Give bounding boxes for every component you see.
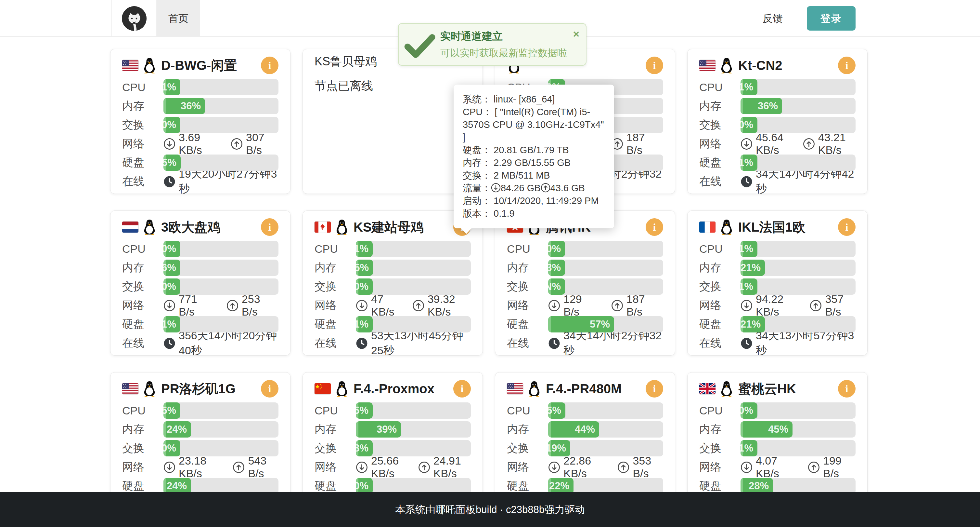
- server-card-header: IKL法国1欧i: [699, 218, 856, 236]
- cpu-row: CPU5%: [122, 402, 278, 419]
- clock-icon: [164, 337, 175, 350]
- cpu-label: CPU: [122, 81, 164, 94]
- disk-bar-fill: 21%: [741, 316, 765, 332]
- server-card: KS建站母鸡iCPU1%内存15%交换0%网络47 KB/s39.32 KB/s…: [302, 211, 483, 356]
- net-download-value: 45.64 KB/s: [756, 131, 793, 157]
- cpu-bar-value: 0%: [546, 243, 565, 255]
- mem-bar-track: 44%: [548, 421, 663, 438]
- download-arrow-icon: [164, 461, 175, 473]
- swap-bar-value: 0%: [354, 281, 373, 292]
- login-button[interactable]: 登录: [807, 6, 856, 30]
- net-upload-value: 199 B/s: [823, 454, 856, 480]
- swap-bar-fill: 1%: [741, 440, 757, 457]
- disk-label: 硬盘: [699, 479, 741, 493]
- disk-row: 硬盘1%: [122, 316, 278, 332]
- cpu-bar-fill: 1%: [164, 79, 180, 95]
- cpu-row: CPU0%: [699, 402, 856, 419]
- cpu-bar-track: 0%: [164, 241, 278, 257]
- download-arrow-icon: [356, 461, 368, 473]
- swap-bar-fill: 0%: [741, 117, 757, 133]
- swap-label: 交换: [507, 441, 548, 456]
- disk-bar-track: 1%: [164, 316, 278, 332]
- net-label: 网络: [315, 460, 356, 474]
- cpu-bar-track: 1%: [356, 241, 471, 257]
- net-label: 网络: [699, 298, 741, 313]
- disk-bar-track: 28%: [741, 478, 856, 494]
- info-icon[interactable]: i: [453, 380, 471, 398]
- net-upload-value: 357 B/s: [825, 293, 856, 318]
- cpu-row: CPU1%: [122, 79, 278, 95]
- swap-bar-fill: 19%: [548, 440, 570, 457]
- server-card-header: D-BWG-闲置i: [122, 56, 278, 75]
- tab-home[interactable]: 首页: [157, 0, 200, 37]
- info-icon[interactable]: i: [261, 57, 278, 74]
- server-name: D-BWG-闲置: [161, 57, 261, 75]
- swap-bar-fill: 0%: [164, 278, 180, 295]
- info-icon[interactable]: i: [838, 218, 856, 236]
- upload-arrow-icon: [611, 300, 623, 311]
- cpu-bar-value: 5%: [161, 405, 180, 417]
- info-icon[interactable]: i: [646, 57, 663, 74]
- disk-row: 硬盘24%: [122, 478, 278, 494]
- online-label: 在线: [507, 336, 548, 351]
- cpu-bar-value: 1%: [354, 243, 373, 255]
- flag-cn-icon: [315, 383, 331, 394]
- toast-close-icon[interactable]: ×: [573, 28, 579, 39]
- swap-bar-value: N%: [544, 281, 565, 292]
- disk-row: 硬盘22%: [507, 478, 663, 494]
- mem-bar-fill: 36%: [741, 98, 782, 114]
- cpu-label: CPU: [315, 404, 356, 417]
- info-icon[interactable]: i: [646, 380, 663, 398]
- online-row: 在线34天14小时2分钟32秒: [507, 335, 663, 351]
- mem-label: 内存: [699, 422, 741, 437]
- feedback-link[interactable]: 反馈: [763, 0, 783, 37]
- server-card: 腾讯HKiCPU0%内存3%交换N%网络129 B/s187 B/s硬盘57%在…: [495, 211, 675, 356]
- disk-bar-value: 22%: [549, 480, 574, 492]
- swap-bar-value: 19%: [546, 442, 570, 454]
- nezha-panel-link[interactable]: 哪吒面板: [436, 503, 476, 517]
- info-icon[interactable]: i: [646, 218, 663, 236]
- footer-text-prefix: 本系统由: [395, 503, 436, 517]
- flag-nl-icon: [122, 222, 138, 233]
- cpu-label: CPU: [699, 243, 741, 256]
- server-card-header: PR洛杉矶1Gi: [122, 380, 278, 398]
- cpu-bar-value: 0%: [161, 243, 180, 255]
- mem-bar-track: 36%: [164, 98, 278, 114]
- disk-bar-value: 11%: [734, 157, 757, 169]
- online-label: 在线: [122, 336, 164, 351]
- disk-bar-value: 10%: [348, 480, 373, 492]
- download-arrow-icon: [741, 300, 752, 311]
- upload-arrow-icon: [412, 300, 424, 311]
- disk-bar-track: 57%: [548, 316, 663, 332]
- net-label: 网络: [315, 298, 356, 313]
- swap-bar-fill: 1%: [741, 278, 757, 295]
- cpu-bar-fill: 1%: [741, 241, 757, 257]
- info-icon[interactable]: i: [261, 380, 278, 398]
- server-card: Kt-CN2iCPU1%内存36%交换0%网络45.64 KB/s43.21 K…: [687, 49, 867, 194]
- mem-row: 内存44%: [507, 421, 663, 438]
- swap-label: 交换: [315, 441, 356, 456]
- server-info-tooltip: 系统： linux- [x86_64] CPU： [ "Intel(R) Cor…: [453, 85, 614, 228]
- mem-bar-fill: 36%: [164, 98, 205, 114]
- net-speeds: 45.64 KB/s43.21 KB/s: [741, 131, 856, 157]
- upload-arrow-icon: [231, 138, 243, 150]
- disk-bar-fill: 10%: [356, 478, 373, 494]
- info-icon[interactable]: i: [838, 57, 856, 74]
- server-card-header: F.4.-PR480Mi: [507, 380, 663, 398]
- cpu-row: CPU0%: [122, 241, 278, 257]
- server-name: KS建站母鸡: [353, 218, 453, 236]
- disk-bar-fill: 22%: [548, 478, 574, 494]
- upload-arrow-icon: [541, 183, 550, 193]
- info-icon[interactable]: i: [838, 380, 856, 398]
- site-logo[interactable]: [111, 0, 157, 37]
- mem-bar-value: 24%: [167, 423, 191, 435]
- cpu-bar-value: 1%: [738, 243, 757, 255]
- linux-penguin-icon: [142, 381, 157, 397]
- net-speeds: 129 B/s187 B/s: [548, 293, 663, 318]
- disk-bar-track: 10%: [356, 478, 471, 494]
- mem-bar-value: 21%: [741, 262, 765, 273]
- cpu-bar-fill: 5%: [164, 402, 180, 419]
- info-icon[interactable]: i: [261, 218, 278, 236]
- net-label: 网络: [507, 460, 548, 474]
- net-speeds: 25.66 KB/s24.91 KB/s: [356, 454, 471, 480]
